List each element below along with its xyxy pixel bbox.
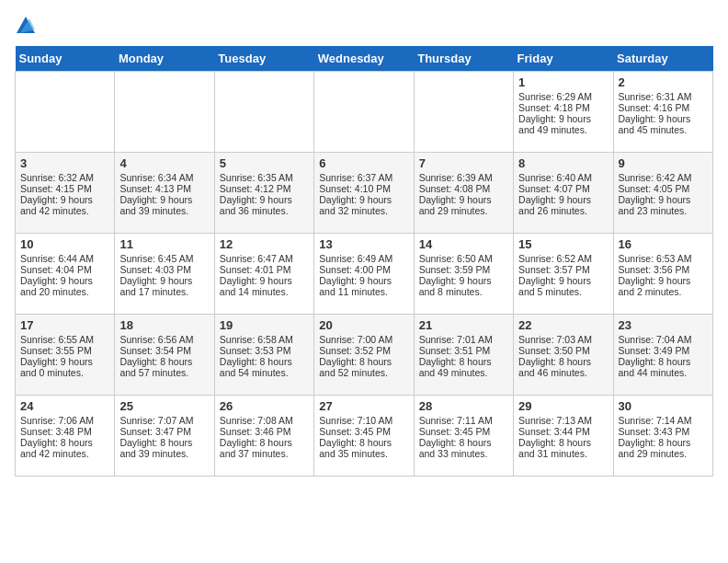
- day-info-line: Sunset: 3:59 PM: [419, 264, 508, 275]
- day-info-line: Sunrise: 6:35 AM: [220, 172, 309, 183]
- day-info-line: Sunrise: 6:49 AM: [319, 253, 408, 264]
- day-info-line: Sunset: 4:07 PM: [518, 183, 608, 194]
- day-info-line: Sunset: 3:55 PM: [20, 345, 109, 356]
- col-header-sunday: Sunday: [16, 46, 115, 72]
- calendar-cell: 19Sunrise: 6:58 AMSunset: 3:53 PMDayligh…: [214, 315, 313, 396]
- day-info-line: Sunrise: 7:13 AM: [518, 415, 608, 426]
- calendar-cell: 5Sunrise: 6:35 AMSunset: 4:12 PMDaylight…: [214, 153, 313, 234]
- day-info-line: Sunset: 3:52 PM: [319, 345, 408, 356]
- day-info-line: Sunrise: 6:40 AM: [518, 172, 608, 183]
- day-number: 14: [419, 237, 508, 251]
- day-number: 18: [119, 318, 209, 332]
- day-info-line: Sunrise: 7:10 AM: [319, 415, 408, 426]
- day-info-line: Sunset: 3:56 PM: [619, 264, 708, 275]
- day-info-line: Sunset: 4:10 PM: [319, 183, 408, 194]
- day-number: 16: [619, 237, 708, 251]
- week-row-1: 1Sunrise: 6:29 AMSunset: 4:18 PMDaylight…: [16, 72, 713, 153]
- day-info-line: Sunset: 3:45 PM: [419, 426, 508, 437]
- day-info-line: Sunset: 3:50 PM: [518, 345, 608, 356]
- day-info-line: Daylight: 9 hours: [20, 275, 109, 286]
- day-info-line: Daylight: 8 hours: [319, 356, 408, 367]
- calendar-cell: 27Sunrise: 7:10 AMSunset: 3:45 PMDayligh…: [314, 396, 414, 477]
- col-header-friday: Friday: [514, 46, 613, 72]
- day-info-line: and 23 minutes.: [619, 205, 708, 216]
- day-info-line: Daylight: 9 hours: [419, 275, 508, 286]
- day-info-line: Daylight: 8 hours: [220, 356, 309, 367]
- day-info-line: Daylight: 9 hours: [419, 194, 508, 205]
- day-number: 27: [319, 399, 408, 413]
- day-number: 23: [619, 318, 708, 332]
- day-number: 7: [419, 156, 508, 170]
- calendar-cell: [414, 72, 513, 153]
- day-info-line: Daylight: 9 hours: [619, 275, 708, 286]
- day-info-line: Sunrise: 6:56 AM: [119, 334, 209, 345]
- day-info-line: and 46 minutes.: [518, 367, 608, 378]
- day-info-line: and 0 minutes.: [20, 367, 109, 378]
- day-info-line: and 44 minutes.: [619, 367, 708, 378]
- day-info-line: Sunrise: 6:39 AM: [419, 172, 508, 183]
- day-number: 11: [119, 237, 209, 251]
- calendar-cell: 4Sunrise: 6:34 AMSunset: 4:13 PMDaylight…: [115, 153, 214, 234]
- day-number: 4: [119, 156, 209, 170]
- day-info-line: Sunset: 3:48 PM: [20, 426, 109, 437]
- day-info-line: Sunset: 4:12 PM: [220, 183, 309, 194]
- day-info-line: Daylight: 8 hours: [20, 437, 109, 448]
- day-info-line: Daylight: 9 hours: [518, 194, 608, 205]
- col-header-saturday: Saturday: [613, 46, 712, 72]
- calendar-cell: 14Sunrise: 6:50 AMSunset: 3:59 PMDayligh…: [414, 234, 513, 315]
- day-info-line: and 42 minutes.: [20, 448, 109, 459]
- calendar-cell: 8Sunrise: 6:40 AMSunset: 4:07 PMDaylight…: [514, 153, 613, 234]
- calendar-cell: 30Sunrise: 7:14 AMSunset: 3:43 PMDayligh…: [613, 396, 712, 477]
- calendar-cell: 10Sunrise: 6:44 AMSunset: 4:04 PMDayligh…: [16, 234, 115, 315]
- day-number: 3: [20, 156, 109, 170]
- day-info-line: Sunset: 4:16 PM: [619, 102, 708, 113]
- day-info-line: Sunset: 3:45 PM: [319, 426, 408, 437]
- day-info-line: Sunrise: 6:47 AM: [220, 253, 309, 264]
- day-number: 6: [319, 156, 408, 170]
- calendar-cell: 25Sunrise: 7:07 AMSunset: 3:47 PMDayligh…: [115, 396, 214, 477]
- day-info-line: Sunrise: 7:11 AM: [419, 415, 508, 426]
- page-header: [15, 15, 713, 37]
- day-info-line: Sunrise: 6:31 AM: [619, 91, 708, 102]
- week-row-4: 17Sunrise: 6:55 AMSunset: 3:55 PMDayligh…: [16, 315, 713, 396]
- day-number: 17: [20, 318, 109, 332]
- day-info-line: and 36 minutes.: [220, 205, 309, 216]
- calendar-cell: [16, 72, 115, 153]
- week-row-2: 3Sunrise: 6:32 AMSunset: 4:15 PMDaylight…: [16, 153, 713, 234]
- day-info-line: Sunset: 3:57 PM: [518, 264, 608, 275]
- day-info-line: Sunset: 3:54 PM: [119, 345, 209, 356]
- day-number: 25: [119, 399, 209, 413]
- day-number: 30: [619, 399, 708, 413]
- day-info-line: Sunset: 3:49 PM: [619, 345, 708, 356]
- calendar-cell: 3Sunrise: 6:32 AMSunset: 4:15 PMDaylight…: [16, 153, 115, 234]
- day-info-line: and 33 minutes.: [419, 448, 508, 459]
- day-info-line: Sunset: 4:03 PM: [119, 264, 209, 275]
- day-info-line: Sunset: 3:43 PM: [619, 426, 708, 437]
- day-info-line: and 52 minutes.: [319, 367, 408, 378]
- day-info-line: and 32 minutes.: [319, 205, 408, 216]
- day-info-line: and 2 minutes.: [619, 286, 708, 297]
- calendar-cell: 15Sunrise: 6:52 AMSunset: 3:57 PMDayligh…: [514, 234, 613, 315]
- calendar-cell: [314, 72, 414, 153]
- day-info-line: and 49 minutes.: [419, 367, 508, 378]
- day-number: 15: [518, 237, 608, 251]
- logo-icon: [17, 17, 35, 37]
- day-number: 1: [518, 75, 608, 89]
- calendar-cell: 6Sunrise: 6:37 AMSunset: 4:10 PMDaylight…: [314, 153, 414, 234]
- col-header-tuesday: Tuesday: [214, 46, 313, 72]
- day-info-line: and 39 minutes.: [119, 205, 209, 216]
- day-number: 24: [20, 399, 109, 413]
- calendar-cell: 29Sunrise: 7:13 AMSunset: 3:44 PMDayligh…: [514, 396, 613, 477]
- calendar-cell: 26Sunrise: 7:08 AMSunset: 3:46 PMDayligh…: [214, 396, 313, 477]
- logo: [15, 18, 35, 37]
- day-info-line: Daylight: 9 hours: [518, 275, 608, 286]
- day-info-line: Sunset: 4:08 PM: [419, 183, 508, 194]
- week-row-5: 24Sunrise: 7:06 AMSunset: 3:48 PMDayligh…: [16, 396, 713, 477]
- day-info-line: Sunset: 4:04 PM: [20, 264, 109, 275]
- day-info-line: and 37 minutes.: [220, 448, 309, 459]
- day-info-line: Daylight: 8 hours: [419, 437, 508, 448]
- day-info-line: Daylight: 9 hours: [119, 194, 209, 205]
- day-info-line: Daylight: 9 hours: [20, 194, 109, 205]
- day-info-line: Sunrise: 6:53 AM: [619, 253, 708, 264]
- day-info-line: Daylight: 8 hours: [518, 356, 608, 367]
